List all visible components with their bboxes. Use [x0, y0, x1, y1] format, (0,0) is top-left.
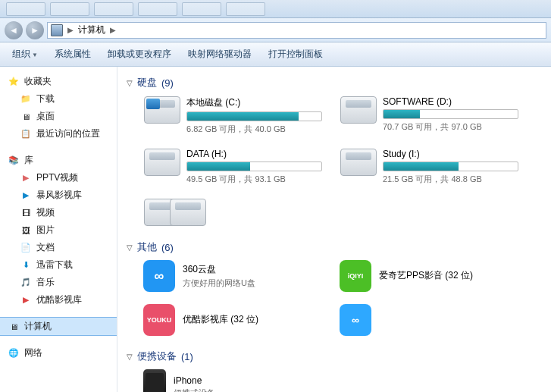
uninstall-button[interactable]: 卸载或更改程序: [102, 45, 177, 64]
control-panel-button[interactable]: 打开控制面板: [262, 45, 329, 64]
download-icon: ⬇: [20, 259, 32, 271]
video-icon: ▶: [20, 190, 32, 202]
section-other: ▽ 其他 (6) ∞ 360云盘 方便好用的网络U盘iQIYI 爱奇艺PPS影音…: [127, 237, 542, 339]
sidebar: ⭐收藏夹 📁下载 🖥桌面 📋最近访问的位置 📚库 ▶PPTV视频 ▶暴风影视库 …: [0, 67, 117, 392]
phone-icon: [143, 369, 166, 392]
library-icon: 📚: [8, 155, 20, 167]
sidebar-item-videos[interactable]: 🎞视频: [0, 204, 117, 221]
task-thumb: [6, 2, 45, 16]
app-desc: 方便好用的网络U盘: [183, 278, 255, 289]
content-area: ▽ 硬盘 (9) 本地磁盘 (C:) 6.82 GB 可用，共 40.0 GB …: [117, 67, 551, 392]
section-header[interactable]: ▽ 硬盘 (9): [127, 73, 542, 93]
drive-stat: 70.7 GB 可用，共 97.0 GB: [383, 121, 518, 133]
section-portable: ▽ 便携设备 (1) iPhone 便携式设备: [127, 347, 542, 392]
pictures-icon: 🖼: [20, 224, 32, 237]
task-thumb: [50, 2, 89, 16]
sidebar-item-downloads[interactable]: 📁下载: [0, 90, 117, 108]
music-icon: 🎵: [20, 277, 32, 289]
breadcrumb-item[interactable]: 计算机: [78, 24, 105, 36]
device-item[interactable]: iPhone 便携式设备: [140, 366, 326, 392]
collapse-icon[interactable]: ▽: [127, 243, 133, 252]
usage-bar: [383, 162, 518, 171]
drive-icon: [340, 149, 377, 176]
usage-bar: [186, 162, 322, 171]
drive-name: SOFTWARE (D:): [383, 96, 518, 107]
app-icon: ∞: [143, 260, 175, 292]
title-bar: [0, 0, 551, 18]
sidebar-item-xunlei[interactable]: ⬇迅雷下载: [0, 256, 117, 274]
video-icon: ▶: [20, 172, 32, 184]
drive-item[interactable]: Study (I:) 21.5 GB 可用，共 48.8 GB: [337, 145, 522, 189]
drive-name: DATA (H:): [186, 149, 322, 159]
computer-icon: [51, 24, 63, 36]
sidebar-item-recent[interactable]: 📋最近访问的位置: [0, 125, 117, 143]
usage-bar: [186, 111, 322, 121]
system-properties-button[interactable]: 系统属性: [49, 45, 97, 64]
task-thumb: [182, 2, 221, 16]
section-header[interactable]: ▽ 便携设备 (1): [127, 347, 542, 366]
task-thumb: [226, 2, 265, 16]
app-icon: YOUKU: [143, 304, 175, 336]
drive-name: Study (I:): [383, 149, 518, 159]
drive-stat: 6.82 GB 可用，共 40.0 GB: [186, 124, 322, 135]
sidebar-item-pptv[interactable]: ▶PPTV视频: [0, 169, 117, 187]
app-name: 优酷影视库 (32 位): [183, 313, 258, 326]
collapse-icon[interactable]: ▽: [127, 79, 133, 87]
star-icon: ⭐: [8, 76, 20, 88]
drive-stat: 49.5 GB 可用，共 93.1 GB: [186, 174, 322, 185]
documents-icon: 📄: [20, 242, 32, 254]
app-item[interactable]: iQIYI 爱奇艺PPS影音 (32 位): [337, 257, 522, 295]
app-item[interactable]: ∞: [337, 301, 359, 339]
sidebar-item-desktop[interactable]: 🖥桌面: [0, 108, 117, 125]
drive-item[interactable]: [140, 195, 155, 230]
desktop-icon: 🖥: [20, 111, 32, 123]
network-icon: 🌐: [8, 347, 20, 359]
drive-icon: [170, 199, 206, 226]
sidebar-item-baofeng[interactable]: ▶暴风影视库: [0, 187, 117, 204]
forward-button[interactable]: ►: [26, 21, 44, 39]
drive-icon: [340, 96, 377, 124]
sidebar-favorites[interactable]: ⭐收藏夹: [0, 73, 117, 90]
sidebar-item-documents[interactable]: 📄文档: [0, 239, 117, 256]
app-icon: ∞: [340, 304, 371, 336]
drive-name: 本地磁盘 (C:): [186, 96, 322, 109]
app-icon: iQIYI: [340, 260, 371, 292]
address-bar: ◄ ► ▶ 计算机 ▶: [0, 18, 551, 42]
section-drives: ▽ 硬盘 (9) 本地磁盘 (C:) 6.82 GB 可用，共 40.0 GB …: [127, 73, 542, 230]
app-item[interactable]: YOUKU 优酷影视库 (32 位): [140, 301, 326, 339]
video-icon: ▶: [20, 294, 32, 306]
chevron-right-icon[interactable]: ▶: [66, 26, 75, 34]
drive-item[interactable]: DATA (H:) 49.5 GB 可用，共 93.1 GB: [140, 145, 326, 189]
sidebar-libraries[interactable]: 📚库: [0, 152, 117, 169]
toolbar: 组织▼ 系统属性 卸载或更改程序 映射网络驱动器 打开控制面板: [0, 42, 551, 67]
app-name: 爱奇艺PPS影音 (32 位): [379, 269, 473, 282]
device-desc: 便携式设备: [174, 387, 215, 393]
drive-icon: [144, 149, 180, 176]
app-item[interactable]: ∞ 360云盘 方便好用的网络U盘: [140, 257, 326, 295]
sidebar-item-pictures[interactable]: 🖼图片: [0, 221, 117, 239]
folder-icon: 📁: [20, 93, 32, 105]
task-thumb: [94, 2, 133, 16]
drive-item[interactable]: 本地磁盘 (C:) 6.82 GB 可用，共 40.0 GB: [140, 93, 326, 139]
recent-icon: 📋: [20, 128, 32, 140]
back-button[interactable]: ◄: [5, 21, 23, 39]
organize-button[interactable]: 组织▼: [6, 45, 44, 64]
app-name: 360云盘: [183, 263, 255, 276]
drive-stat: 21.5 GB 可用，共 48.8 GB: [383, 174, 518, 185]
section-header[interactable]: ▽ 其他 (6): [127, 237, 542, 257]
usage-bar: [383, 109, 518, 119]
task-thumb: [138, 2, 177, 16]
sidebar-item-music[interactable]: 🎵音乐: [0, 274, 117, 291]
chevron-right-icon[interactable]: ▶: [108, 26, 117, 34]
sidebar-computer[interactable]: 🖥计算机: [0, 318, 117, 335]
computer-icon: 🖥: [8, 321, 20, 333]
map-drive-button[interactable]: 映射网络驱动器: [182, 45, 258, 64]
device-name: iPhone: [174, 375, 215, 386]
collapse-icon[interactable]: ▽: [127, 353, 133, 361]
breadcrumb[interactable]: ▶ 计算机 ▶: [47, 22, 546, 39]
sidebar-network[interactable]: 🌐网络: [0, 344, 117, 362]
video-icon: 🎞: [20, 207, 32, 219]
drive-icon: [144, 96, 180, 124]
drive-item[interactable]: SOFTWARE (D:) 70.7 GB 可用，共 97.0 GB: [337, 93, 522, 139]
sidebar-item-youku[interactable]: ▶优酷影视库: [0, 291, 117, 309]
